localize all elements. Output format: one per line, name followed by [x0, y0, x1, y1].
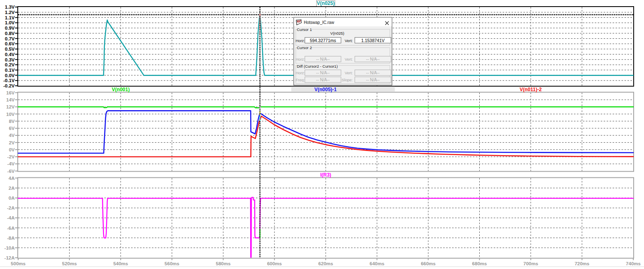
- svg-text:-- N/A--: -- N/A--: [366, 57, 380, 61]
- svg-text:0A: 0A: [9, 196, 15, 201]
- svg-text:-- N/A--: -- N/A--: [316, 78, 330, 82]
- svg-text:720ms: 720ms: [575, 261, 590, 266]
- svg-text:-2V: -2V: [7, 154, 15, 159]
- svg-text:Hotswap_IC.raw: Hotswap_IC.raw: [304, 20, 334, 25]
- svg-text:0.6V: 0.6V: [5, 41, 15, 46]
- svg-text:12V: 12V: [6, 104, 15, 109]
- svg-text:I(R3): I(R3): [320, 172, 331, 178]
- svg-text:-- N/A--: -- N/A--: [366, 78, 380, 82]
- svg-text:Cursor 1: Cursor 1: [297, 27, 312, 32]
- svg-text:-12A: -12A: [5, 255, 15, 260]
- svg-text:Horz:: Horz:: [296, 38, 305, 43]
- svg-text:600ms: 600ms: [267, 261, 282, 266]
- svg-text:500ms: 500ms: [11, 261, 26, 266]
- svg-text:2V: 2V: [9, 140, 14, 145]
- svg-text:594.32771ms: 594.32771ms: [310, 38, 336, 43]
- svg-text:0.1V: 0.1V: [5, 68, 15, 73]
- svg-text:V(n025): V(n025): [330, 31, 344, 35]
- svg-text:Vert:: Vert:: [345, 57, 353, 61]
- svg-text:V(n025): V(n025): [317, 0, 334, 6]
- svg-text:560ms: 560ms: [165, 261, 180, 266]
- svg-text:640ms: 640ms: [369, 261, 384, 266]
- svg-text:700ms: 700ms: [523, 261, 538, 266]
- svg-text:0.7V: 0.7V: [5, 36, 15, 41]
- svg-text:Cursor 2: Cursor 2: [297, 45, 312, 50]
- svg-text:0.4V: 0.4V: [5, 52, 15, 57]
- svg-text:-6V: -6V: [7, 169, 15, 174]
- svg-text:1.3V: 1.3V: [5, 5, 15, 9]
- svg-text:-2A: -2A: [7, 205, 15, 210]
- svg-text:660ms: 660ms: [421, 261, 436, 266]
- svg-text:1.1V: 1.1V: [5, 15, 15, 20]
- svg-text:-0.1V: -0.1V: [3, 78, 15, 83]
- svg-text:4A: 4A: [9, 176, 15, 181]
- svg-text:Horz:: Horz:: [296, 71, 305, 75]
- svg-text:-6A: -6A: [7, 226, 15, 231]
- svg-text:Vert:: Vert:: [345, 71, 353, 75]
- svg-text:V(n005)-1: V(n005)-1: [314, 87, 336, 92]
- svg-text:Diff (Cursor2 - Cursor1): Diff (Cursor2 - Cursor1): [297, 64, 338, 68]
- svg-text:8V: 8V: [9, 119, 14, 124]
- svg-text:4V: 4V: [9, 133, 14, 138]
- svg-text:V(n011)-2: V(n011)-2: [520, 87, 542, 92]
- svg-text:0.9V: 0.9V: [5, 26, 15, 31]
- svg-text:-4V: -4V: [7, 161, 15, 166]
- svg-text:16V: 16V: [6, 90, 15, 95]
- svg-text:-- N/A--: -- N/A--: [366, 71, 380, 75]
- svg-text:V(n001): V(n001): [112, 87, 130, 92]
- svg-text:0.2V: 0.2V: [5, 62, 15, 67]
- svg-text:680ms: 680ms: [472, 261, 487, 266]
- svg-text:-8A: -8A: [7, 236, 15, 241]
- svg-text:540ms: 540ms: [113, 261, 128, 266]
- svg-text:-- N/A--: -- N/A--: [316, 71, 330, 75]
- svg-text:2A: 2A: [9, 186, 15, 191]
- svg-text:-4A: -4A: [7, 215, 15, 220]
- svg-text:620ms: 620ms: [318, 261, 333, 266]
- svg-text:0.0V: 0.0V: [5, 73, 15, 78]
- svg-text:10V: 10V: [6, 112, 15, 117]
- svg-text:740ms: 740ms: [626, 261, 641, 266]
- svg-text:Vert:: Vert:: [345, 38, 353, 43]
- svg-text:-0.2V: -0.2V: [3, 83, 15, 88]
- svg-text:6V: 6V: [9, 126, 14, 131]
- svg-text:0V: 0V: [9, 147, 14, 152]
- svg-text:Slope:: Slope:: [342, 78, 353, 82]
- svg-text:520ms: 520ms: [62, 261, 77, 266]
- svg-text:1.2V: 1.2V: [5, 10, 15, 15]
- svg-text:Horz:: Horz:: [296, 57, 305, 61]
- svg-text:-- N/A--: -- N/A--: [316, 57, 330, 61]
- svg-text:Freq:: Freq:: [296, 78, 305, 82]
- svg-text:0.5V: 0.5V: [5, 47, 15, 52]
- svg-text:0.3V: 0.3V: [5, 57, 15, 62]
- svg-text:0.8V: 0.8V: [5, 31, 15, 36]
- svg-text:1.0V: 1.0V: [5, 20, 15, 25]
- svg-text:580ms: 580ms: [216, 261, 231, 266]
- svg-text:1.1538741V: 1.1538741V: [361, 38, 385, 43]
- svg-text:-10A: -10A: [5, 245, 15, 250]
- svg-text:14V: 14V: [6, 97, 15, 102]
